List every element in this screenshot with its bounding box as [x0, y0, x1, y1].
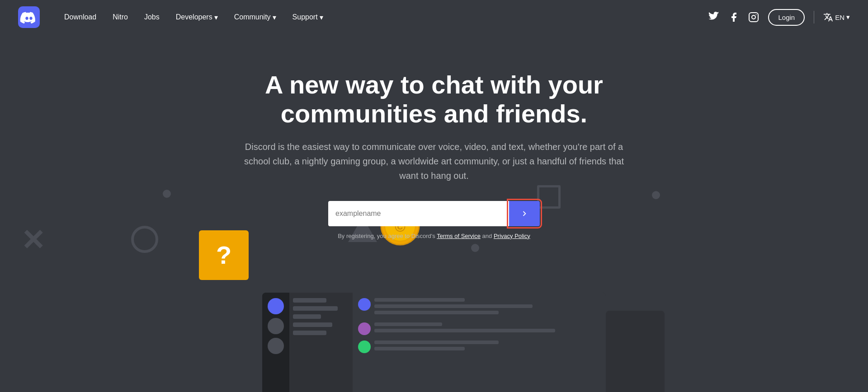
- logo[interactable]: [18, 6, 40, 28]
- tos-link[interactable]: Terms of Service: [437, 233, 481, 239]
- login-button[interactable]: Login: [768, 9, 805, 26]
- mock-channels: [289, 293, 353, 392]
- username-input[interactable]: [328, 201, 509, 226]
- navbar: Download Nitro Jobs Developers ▾ Communi…: [0, 0, 868, 34]
- facebook-icon[interactable]: [728, 12, 739, 23]
- discord-ui-mock: [262, 293, 606, 392]
- mock-avatar-2: [358, 322, 371, 335]
- mock-line: [374, 311, 499, 314]
- chevron-down-icon: ▾: [214, 13, 218, 22]
- arrow-right-icon: [519, 209, 529, 219]
- signup-button[interactable]: [509, 201, 540, 226]
- mock-avatar-3: [358, 341, 371, 353]
- mock-channel-item: [293, 322, 332, 327]
- hero-title: A new way to chat with your communities …: [185, 70, 683, 129]
- nav-links: Download Nitro Jobs Developers ▾ Communi…: [58, 9, 708, 25]
- nav-jobs[interactable]: Jobs: [138, 9, 166, 25]
- mock-line: [374, 347, 465, 350]
- instagram-icon[interactable]: [748, 12, 759, 23]
- mock-line: [374, 298, 465, 302]
- mock-line: [374, 322, 442, 326]
- deco-dot-mid-right: [471, 244, 479, 252]
- terms-text: By registering, you agree to Discord's T…: [338, 233, 530, 239]
- hero-section: A new way to chat with your communities …: [0, 34, 868, 239]
- privacy-link[interactable]: Privacy Policy: [494, 233, 530, 239]
- nav-divider: [814, 11, 814, 23]
- mock-message-3: [358, 341, 600, 353]
- svg-point-3: [756, 14, 757, 15]
- mock-server-icon-3: [268, 338, 284, 354]
- language-selector[interactable]: EN ▾: [823, 12, 850, 22]
- nav-community[interactable]: Community ▾: [228, 9, 283, 25]
- mock-sidebar: [262, 293, 289, 392]
- mock-line: [374, 304, 533, 308]
- chevron-down-icon: ▾: [846, 13, 850, 21]
- mock-avatar-1: [358, 298, 371, 311]
- mock-message-1: [358, 298, 600, 317]
- mock-server-icon: [268, 298, 284, 314]
- mock-channel-item: [293, 298, 326, 303]
- chevron-down-icon: ▾: [273, 13, 276, 22]
- hero-subtitle: Discord is the easiest way to communicat…: [240, 140, 628, 183]
- nav-right: Login EN ▾: [708, 9, 850, 26]
- mock-line: [374, 341, 499, 344]
- mock-channel-item: [293, 306, 338, 311]
- nav-developers[interactable]: Developers ▾: [170, 9, 224, 25]
- mock-channel-item: [293, 331, 326, 335]
- nav-support[interactable]: Support ▾: [286, 9, 330, 25]
- twitter-icon[interactable]: [708, 12, 719, 23]
- translate-icon: [823, 12, 833, 22]
- discord-ui-mock-right: [606, 311, 665, 392]
- signup-form: [328, 201, 540, 226]
- mock-channel-item: [293, 314, 321, 319]
- mock-content: [353, 293, 606, 392]
- discord-logo-icon: [18, 6, 40, 28]
- nav-download[interactable]: Download: [58, 9, 103, 25]
- svg-rect-1: [749, 13, 758, 22]
- mock-line: [374, 329, 555, 332]
- svg-point-2: [752, 15, 755, 19]
- chevron-down-icon: ▾: [320, 13, 323, 22]
- mock-server-icon-2: [268, 318, 284, 334]
- mock-message-2: [358, 322, 600, 335]
- nav-nitro[interactable]: Nitro: [106, 9, 134, 25]
